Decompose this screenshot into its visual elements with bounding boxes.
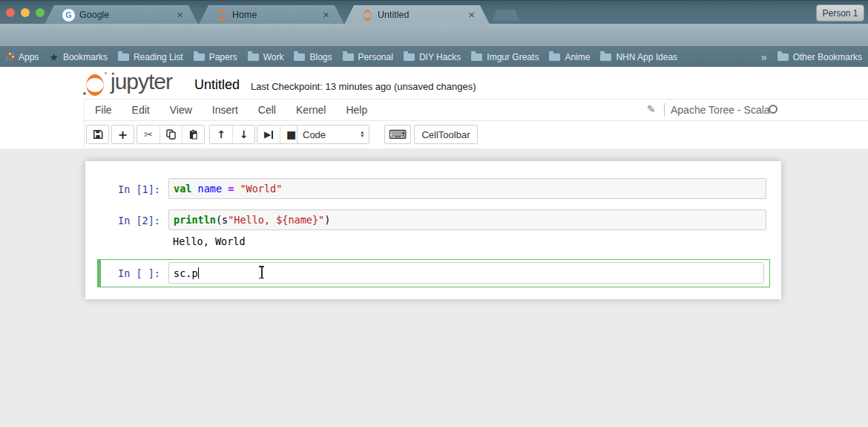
menu-file[interactable]: File [95,104,112,116]
tab-label: Google [79,10,171,20]
folder-icon [118,53,129,61]
paste-icon [188,129,198,140]
bookmarks-overflow-chevron-icon[interactable]: » [761,51,767,63]
kernel-idle-indicator-icon [769,105,777,114]
bookmark-folder-nhn-app-ideas[interactable]: NHN App Ideas [600,52,677,62]
bookmark-label: Apps [19,52,39,62]
folder-icon [194,53,205,61]
folder-icon [600,53,611,61]
folder-icon [777,53,789,61]
bookmark-folder-personal[interactable]: Personal [343,52,393,62]
folder-icon [294,53,305,61]
code-cell-input[interactable]: println(s"Hello, ${name}") [168,209,766,230]
profile-label: Person 1 [822,8,858,19]
move-cell-down-button[interactable]: ↓ [232,126,254,143]
celltoolbar-label: CellToolbar [421,129,470,140]
profile-button[interactable]: Person 1 [816,4,864,22]
bookmark-folder-papers[interactable]: Papers [194,52,237,62]
bookmark-label: Other Bookmarks [793,52,862,62]
bookmark-label: Work [263,52,284,62]
bookmark-label: Bookmarks [63,52,108,62]
bookmark-label: DIY Hacks [419,52,461,62]
browser-tab-bar: G Google × Home × Untitled × Person 1 [0,0,868,24]
bookmark-label: NHN App Ideas [616,52,677,62]
bookmark-label: Blogs [309,52,332,62]
celltoolbar-button[interactable]: CellToolbar [414,125,478,144]
folder-icon [549,53,560,61]
browser-toolbar: ← → ↻ ⌂ localhost:8888/notebooks/Untitle… [0,24,868,47]
tab-untitled-active[interactable]: Untitled × [344,5,490,25]
cell-type-value: Code [303,129,326,140]
bookmark-folder-reading-list[interactable]: Reading List [118,52,183,62]
tab-close-icon[interactable]: × [468,10,475,20]
bookmark-folder-diy-hacks[interactable]: DIY Hacks [404,52,461,62]
bookmark-folder-work[interactable]: Work [248,52,284,62]
menu-cell[interactable]: Cell [258,104,276,116]
bookmark-label: Papers [209,52,237,62]
window-zoom-button[interactable] [36,8,45,17]
text-caret [198,267,199,278]
bookmarks-bar: Apps ★ Bookmarks Reading List Papers Wor… [0,47,868,67]
copy-icon [166,129,176,140]
save-button[interactable] [86,125,109,144]
tab-close-icon[interactable]: × [177,10,183,20]
notebook-title[interactable]: Untitled [194,77,240,93]
menu-edit[interactable]: Edit [132,104,150,116]
tab-label: Home [232,10,317,20]
cut-cells-button[interactable]: ✂ [137,126,160,143]
menu-view[interactable]: View [170,104,192,116]
input-prompt: In [ ]: [104,267,160,279]
bookmark-label: Personal [358,52,393,62]
jupyter-favicon-icon [217,10,228,21]
cell-type-dropdown[interactable]: Code ▴▾ [297,125,369,144]
paste-cells-button[interactable] [182,126,204,143]
tab-google[interactable]: G Google × [45,5,198,25]
jupyter-logo-dot [83,92,86,95]
menu-help[interactable]: Help [346,104,367,116]
apps-grid-icon [6,53,14,61]
copy-cells-button[interactable] [160,126,182,143]
jupyter-logo-text[interactable]: jupyter [111,69,172,94]
insert-cell-button[interactable]: + [111,125,134,144]
tab-close-icon[interactable]: × [323,10,329,20]
checkpoint-status: Last Checkpoint: 13 minutes ago (unsaved… [251,81,476,92]
tab-home[interactable]: Home × [199,5,344,25]
input-prompt: In [2]: [104,215,160,226]
folder-icon [248,53,259,61]
bookmark-label: Anime [565,52,590,62]
jupyter-logo-icon[interactable] [85,74,105,97]
cell-output-text: Hello, World [173,235,246,247]
move-cell-up-button[interactable]: ↑ [210,126,232,143]
bookmark-item-apps[interactable]: Apps [6,52,39,62]
window-minimize-button[interactable] [21,8,30,17]
menu-kernel[interactable]: Kernel [296,104,326,116]
bookmark-folder-imgur-greats[interactable]: Imgur Greats [471,52,539,62]
star-icon: ★ [49,51,59,63]
folder-icon [404,53,415,61]
jupyter-page: jupyter Untitled Last Checkpoint: 13 min… [0,67,868,427]
dropdown-arrows-icon: ▴▾ [361,131,364,138]
edit-button-group: ✂ [137,125,205,144]
bookmark-folder-other-bookmarks[interactable]: Other Bookmarks [777,52,862,62]
command-palette-button[interactable]: ⌨ [384,125,411,144]
code-cell-input[interactable]: val name = "World" [168,178,766,199]
bookmark-folder-anime[interactable]: Anime [549,52,590,62]
google-favicon-icon: G [62,9,75,22]
folder-icon [471,53,482,61]
bookmark-folder-blogs[interactable]: Blogs [294,52,332,62]
divider [84,99,85,148]
kernel-name-label[interactable]: Apache Toree - Scala [671,104,770,116]
edit-mode-pencil-icon: ✎ [647,103,656,115]
menu-insert[interactable]: Insert [212,104,238,116]
window-close-button[interactable] [6,8,15,17]
keyboard-icon: ⌨ [389,127,407,142]
new-tab-button[interactable] [493,10,519,21]
tab-label: Untitled [378,10,462,20]
move-button-group: ↑ ↓ [209,125,255,144]
input-prompt: In [1]: [104,183,160,195]
jupyter-logo-dot [105,72,107,74]
run-cell-button[interactable]: ▶ [257,126,280,143]
bookmark-label: Reading List [134,52,183,62]
mouse-cursor-ibeam [258,266,265,278]
bookmark-item-bookmarks[interactable]: ★ Bookmarks [49,51,108,63]
